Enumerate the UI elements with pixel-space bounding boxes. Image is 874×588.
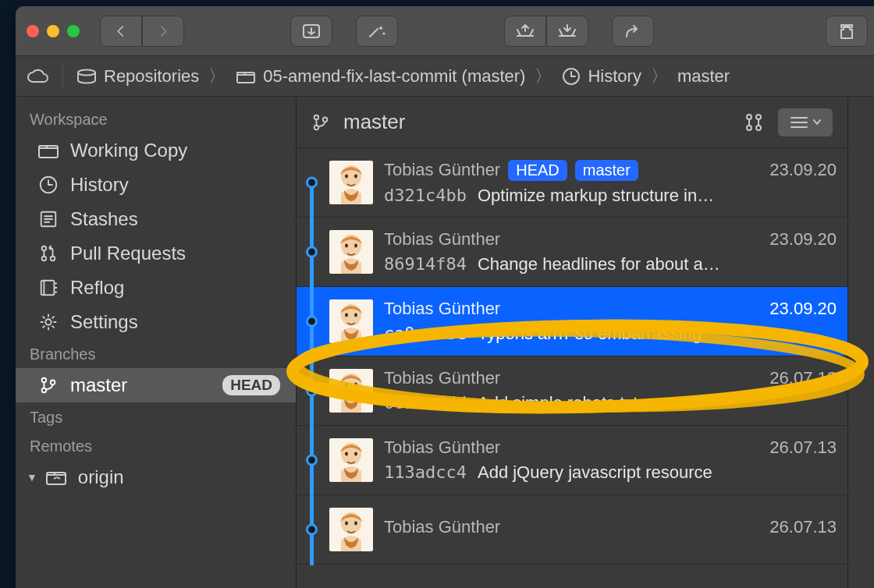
close-dot[interactable] <box>27 25 39 37</box>
svg-point-46 <box>345 522 348 526</box>
sidebar-branch-label: master <box>70 374 127 396</box>
remotes-header: Remotes <box>16 431 296 460</box>
sidebar-item-label: Pull Requests <box>70 243 186 264</box>
commit-list: Tobias Günther HEADmaster 23.09.20 d321c… <box>297 148 847 588</box>
sidebar-branch-master[interactable]: master HEAD <box>16 368 296 402</box>
view-mode-button[interactable] <box>777 108 833 137</box>
castle-button[interactable] <box>826 16 868 47</box>
tags-header: Tags <box>16 402 296 431</box>
commit-row[interactable]: Tobias Günther 23.09.20 ca9aacbe Typohs … <box>297 287 847 356</box>
svg-point-34 <box>345 313 348 317</box>
commit-date: 26.07.13 <box>769 437 837 458</box>
repositories-crumb[interactable]: Repositories <box>76 66 199 87</box>
sidebar-item-stashes[interactable]: Stashes <box>16 202 296 236</box>
svg-point-42 <box>345 452 348 456</box>
commit-author: Tobias Günther <box>384 437 500 458</box>
avatar <box>329 369 373 413</box>
commit-info: Tobias Günther 26.07.13 0023cddd Add sim… <box>384 368 847 413</box>
commit-hash: 113adcc4 <box>384 462 467 482</box>
sidebar-item-label: History <box>70 174 129 196</box>
graph-column <box>297 495 325 564</box>
commit-info: Tobias Günther HEADmaster 23.09.20 d321c… <box>384 160 847 206</box>
sidebar-remote-origin[interactable]: ▼ origin <box>16 460 296 494</box>
tray-button[interactable] <box>290 16 332 47</box>
share-button[interactable] <box>612 16 654 47</box>
disclosure-triangle-icon[interactable]: ▼ <box>27 471 37 484</box>
commit-row[interactable]: Tobias Günther 26.07.13 0023cddd Add sim… <box>297 356 847 426</box>
commit-date: 23.09.20 <box>769 160 837 180</box>
avatar <box>329 161 373 204</box>
workspace-header: Workspace <box>16 104 296 133</box>
commit-message: Add jQuery javascript resource <box>478 462 712 483</box>
stash-pop-button[interactable] <box>504 16 546 47</box>
breadcrumb-bar: Repositories 〉 05-amend-fix-last-commit … <box>16 56 874 97</box>
right-strip <box>847 97 874 588</box>
svg-point-1 <box>383 32 385 34</box>
svg-point-27 <box>354 175 357 179</box>
branch-crumb[interactable]: master <box>677 66 730 87</box>
graph-column <box>297 148 325 217</box>
commit-hash: 86914f84 <box>384 254 467 274</box>
window-controls <box>27 25 80 37</box>
minimize-dot[interactable] <box>47 25 59 37</box>
avatar <box>329 230 373 274</box>
avatar <box>329 508 373 551</box>
sidebar-item-settings[interactable]: Settings <box>16 305 296 339</box>
svg-point-31 <box>354 244 357 248</box>
svg-point-15 <box>51 381 55 385</box>
graph-node-icon <box>306 455 318 466</box>
sidebar-item-pull-requests[interactable]: Pull Requests <box>16 236 296 271</box>
repo-crumb[interactable]: 05-amend-fix-last-commit (master) <box>235 66 525 87</box>
commit-message: Change headlines for about a… <box>478 254 720 275</box>
graph-node-icon <box>306 177 318 189</box>
commit-row[interactable]: Tobias Günther HEADmaster 23.09.20 d321c… <box>297 148 847 218</box>
sidebar-item-label: Stashes <box>70 208 138 230</box>
sidebar-item-label: Working Copy <box>70 140 187 161</box>
avatar <box>329 299 373 343</box>
sidebar-item-label: Settings <box>70 311 138 333</box>
sidebar: Workspace Working Copy History Stashes P… <box>16 97 297 588</box>
commit-author: Tobias Günther <box>384 368 500 388</box>
chevron-down-icon <box>813 119 821 126</box>
repositories-label: Repositories <box>104 66 199 87</box>
list-icon <box>790 115 808 129</box>
commit-row[interactable]: Tobias Günther 26.07.13 <box>297 495 847 565</box>
content-pane: master Tobias Günther HEADmas <box>297 97 847 588</box>
nav-group <box>100 16 184 47</box>
graph-node-icon <box>306 246 318 258</box>
sidebar-item-working-copy[interactable]: Working Copy <box>16 133 296 168</box>
cloud-crumb[interactable] <box>27 68 50 85</box>
head-badge: HEAD <box>222 375 280 395</box>
sidebar-item-history[interactable]: History <box>16 168 296 202</box>
graph-node-icon <box>306 524 318 536</box>
commit-info: Tobias Günther 23.09.20 86914f84 Change … <box>384 229 847 275</box>
sidebar-item-reflog[interactable]: Reflog <box>16 271 296 305</box>
svg-point-35 <box>354 313 357 317</box>
commit-row[interactable]: Tobias Günther 26.07.13 113adcc4 Add jQu… <box>297 426 847 495</box>
magic-button[interactable] <box>356 16 398 47</box>
zoom-dot[interactable] <box>67 25 80 37</box>
history-crumb[interactable]: History <box>561 66 641 87</box>
content-header: master <box>297 97 847 148</box>
forward-button[interactable] <box>142 16 184 47</box>
svg-point-14 <box>42 388 47 393</box>
branch-label: master <box>677 66 730 87</box>
svg-point-30 <box>345 244 348 248</box>
svg-point-12 <box>45 319 51 324</box>
stash-save-button[interactable] <box>546 16 588 47</box>
commit-date: 23.09.20 <box>769 299 837 319</box>
commit-row[interactable]: Tobias Günther 23.09.20 86914f84 Change … <box>297 218 847 287</box>
commit-date: 26.07.13 <box>769 368 837 388</box>
back-button[interactable] <box>100 16 142 47</box>
commit-author: Tobias Günther <box>384 299 500 319</box>
graph-column <box>297 287 325 356</box>
compare-icon[interactable] <box>743 112 765 133</box>
sidebar-item-label: Reflog <box>70 277 124 299</box>
graph-node-icon <box>306 316 318 328</box>
sidebar-remote-label: origin <box>78 466 124 488</box>
svg-point-47 <box>354 522 357 526</box>
history-label: History <box>588 66 641 87</box>
svg-point-10 <box>51 257 55 261</box>
commit-message: Add simple robots.txt <box>478 393 638 413</box>
chevron-icon: 〉 <box>649 65 670 88</box>
